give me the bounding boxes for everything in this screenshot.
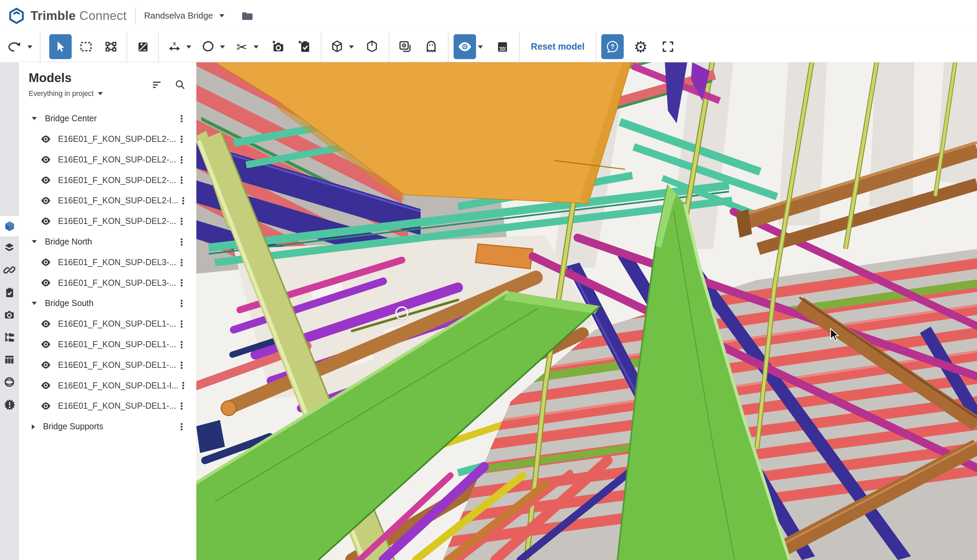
settings-button[interactable]: ⚙ [630,35,651,58]
help-button[interactable]: ? [601,34,624,59]
rail-item-tables[interactable] [0,348,18,371]
caret-right-icon[interactable] [32,424,35,429]
model-item-row[interactable]: E16E01_F_KON_SUP-DEL1-...⋮ [18,355,196,375]
model-group-row[interactable]: Bridge South⋮ [18,293,196,314]
view-cube-button[interactable] [326,35,348,58]
overlay-image-button[interactable] [395,35,416,58]
model-group-row[interactable]: Bridge Center⋮ [18,108,196,129]
model-item-row[interactable]: E16E01_F_KON_SUP-DEL1-...⋮ [18,396,196,417]
view-cube-caret[interactable] [346,35,356,58]
project-selector[interactable]: Randselva Bridge [144,10,224,20]
model-item-row[interactable]: E16E01_F_KON_SUP-DEL1-I...⋮ [18,375,196,396]
section-cut-button[interactable]: ✂ [231,35,253,58]
caret-down-icon[interactable] [32,240,37,243]
visibility-eye-icon[interactable] [40,360,51,370]
markup-polygon-button[interactable] [197,35,219,58]
insertion-cube-button[interactable] [361,35,383,58]
model-group-row[interactable]: Bridge Supports⋮ [18,416,196,437]
select-tool-button[interactable] [49,34,72,59]
more-options-icon[interactable]: ⋮ [177,277,186,288]
model-item-row[interactable]: E16E01_F_KON_SUP-DEL2-...⋮ [18,211,196,232]
more-options-icon[interactable]: ⋮ [177,400,186,412]
measure-tool-caret[interactable] [184,35,194,58]
more-options-icon[interactable]: ⋮ [177,236,186,247]
visibility-eye-icon[interactable] [40,257,51,268]
rail-item-models[interactable] [0,216,18,237]
visibility-eye-icon[interactable] [40,339,51,350]
model-item-row[interactable]: E16E01_F_KON_SUP-DEL2-...⋮ [18,170,196,190]
scope-selector[interactable]: Everything in project [29,90,103,97]
sort-icon [151,78,164,92]
more-options-icon[interactable]: ⋮ [177,318,186,329]
search-button[interactable] [174,78,186,93]
more-options-icon[interactable]: ⋮ [177,421,186,432]
chevron-down-icon [27,45,32,48]
more-options-icon[interactable]: ⋮ [177,339,186,350]
rail-item-layers[interactable] [0,237,18,259]
sort-button[interactable] [151,78,164,94]
chevron-down-icon[interactable] [219,14,224,17]
rail-item-organizer[interactable] [0,326,18,348]
rail-item-gis[interactable] [0,371,18,393]
more-options-icon[interactable]: ⋮ [177,359,186,370]
more-options-icon[interactable]: ⋮ [177,113,186,124]
more-options-icon[interactable]: ⋮ [177,298,186,309]
rail-item-snapshots[interactable] [0,303,18,326]
visibility-eye-icon[interactable] [40,318,51,329]
model-item-row[interactable]: E16E01_F_KON_SUP-DEL1-...⋮ [18,313,196,334]
visibility-eye-icon[interactable] [40,134,51,144]
group-label: Bridge Supports [43,422,103,431]
more-options-icon[interactable]: ⋮ [177,257,186,268]
search-icon [174,78,186,91]
folder-icon [240,9,254,22]
invert-contrast-button[interactable] [132,35,154,58]
project-folder-button[interactable] [240,9,254,22]
orbit-tool-caret[interactable] [25,35,35,58]
toolbar-separator [40,32,40,62]
more-options-icon[interactable]: ⋮ [179,380,188,391]
brand-primary: Trimble [30,8,76,22]
rail-item-alerts[interactable] [0,393,18,415]
rail-item-links[interactable] [0,259,18,281]
add-todo-button[interactable] [293,35,315,58]
model-item-label: E16E01_F_KON_SUP-DEL2-... [58,155,176,165]
keypad-button[interactable] [492,35,513,58]
more-options-icon[interactable]: ⋮ [177,154,186,165]
model-item-row[interactable]: E16E01_F_KON_SUP-DEL3-...⋮ [18,252,196,273]
fullscreen-button[interactable] [657,35,679,58]
model-item-row[interactable]: E16E01_F_KON_SUP-DEL3-...⋮ [18,273,196,293]
reset-model-button[interactable]: Reset model [525,42,591,51]
snapshot-button[interactable] [268,35,289,58]
model-item-row[interactable]: E16E01_F_KON_SUP-DEL1-...⋮ [18,334,196,355]
transform-select-button[interactable] [100,35,122,58]
camera-icon [3,309,15,321]
visibility-eye-icon[interactable] [40,401,51,411]
model-group-row[interactable]: Bridge North⋮ [18,232,196,252]
model-item-row[interactable]: E16E01_F_KON_SUP-DEL2-I...⋮ [18,190,196,211]
visibility-eye-icon[interactable] [40,195,51,206]
more-options-icon[interactable]: ⋮ [177,133,186,145]
ghost-mode-button[interactable] [420,35,442,58]
markup-polygon-caret[interactable] [217,35,227,58]
chevron-down-icon [478,45,483,48]
visibility-eye-icon[interactable] [40,175,51,185]
section-cut-caret[interactable] [251,35,261,58]
model-item-row[interactable]: E16E01_F_KON_SUP-DEL2-...⋮ [18,129,196,149]
model-item-row[interactable]: E16E01_F_KON_SUP-DEL2-...⋮ [18,149,196,170]
visibility-caret[interactable] [475,35,485,58]
orbit-tool-button[interactable] [4,35,25,58]
more-options-icon[interactable]: ⋮ [179,195,188,207]
marquee-select-button[interactable] [75,35,97,58]
measure-tool-button[interactable]: x [164,35,185,58]
more-options-icon[interactable]: ⋮ [177,215,186,227]
caret-down-icon[interactable] [32,302,37,305]
rail-item-todos[interactable] [0,282,18,303]
caret-down-icon[interactable] [32,117,37,120]
visibility-button[interactable] [454,34,476,59]
visibility-eye-icon[interactable] [40,216,51,226]
visibility-eye-icon[interactable] [40,380,51,391]
more-options-icon[interactable]: ⋮ [177,175,186,186]
viewport-3d-scene[interactable] [196,62,977,560]
visibility-eye-icon[interactable] [40,154,51,165]
visibility-eye-icon[interactable] [40,278,51,288]
